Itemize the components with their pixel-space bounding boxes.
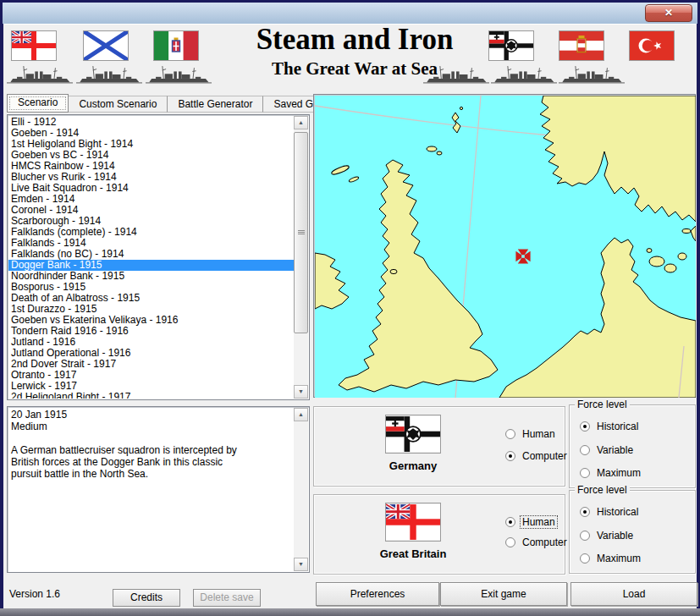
app-window: ✕ Steam and Iron The Great War at Sea Sc… xyxy=(0,0,700,616)
radio-label: Maximum xyxy=(595,467,642,479)
italian-flag-icon xyxy=(154,31,198,60)
tab-custom-scenario[interactable]: Custom Scenario xyxy=(69,96,168,113)
force1-maximum-radio[interactable]: Maximum xyxy=(580,467,642,479)
force2-historical-radio[interactable]: Historical xyxy=(580,506,640,518)
tab-battle-generator[interactable]: Battle Generator xyxy=(168,96,263,113)
radio-icon[interactable] xyxy=(505,537,515,547)
radio-label: Computer xyxy=(521,536,569,548)
radio-icon[interactable] xyxy=(505,517,515,527)
radio-label: Maximum xyxy=(595,553,642,564)
force1-variable-radio[interactable]: Variable xyxy=(580,444,635,456)
radio-label: Human xyxy=(521,428,557,440)
radio-icon[interactable] xyxy=(580,553,590,564)
radio-icon[interactable] xyxy=(580,445,590,455)
radio-icon[interactable] xyxy=(580,468,590,478)
close-icon: ✕ xyxy=(664,7,673,19)
russian-navy-ensign-flag-icon xyxy=(84,31,128,60)
radio-label: Computer xyxy=(521,450,569,462)
description-scrollbar[interactable]: ▲ ▼ xyxy=(294,408,308,571)
force2-maximum-radio[interactable]: Maximum xyxy=(580,553,642,564)
ship-silhouette-icon xyxy=(491,62,557,87)
radio-label: Variable xyxy=(595,444,635,456)
ship-silhouette-icon xyxy=(7,62,73,87)
tab-bar: Scenario Custom Scenario Battle Generato… xyxy=(7,94,344,113)
germany-computer-radio[interactable]: Computer xyxy=(505,450,569,462)
radio-label: Human xyxy=(521,516,557,528)
radio-label: Historical xyxy=(595,506,640,518)
version-label: Version 1.6 xyxy=(9,588,60,600)
credits-button[interactable]: Credits xyxy=(113,589,180,607)
scroll-up-icon[interactable]: ▲ xyxy=(294,116,308,129)
radio-icon[interactable] xyxy=(505,429,515,439)
scenario-item[interactable]: 2d Heligoland Bight - 1917 xyxy=(8,392,294,399)
radio-icon[interactable] xyxy=(580,421,590,432)
germany-panel: Germany Human Computer xyxy=(313,406,565,487)
force-level-panel-britain: Force level Historical Variable Maximum xyxy=(569,490,696,574)
ship-silhouette-icon xyxy=(76,62,142,87)
close-button[interactable]: ✕ xyxy=(645,4,692,22)
ship-silhouette-icon xyxy=(559,62,625,87)
radio-label: Historical xyxy=(595,421,640,432)
scroll-up-icon[interactable]: ▲ xyxy=(294,408,308,421)
scroll-down-icon[interactable]: ▼ xyxy=(294,385,308,399)
north-sea-map xyxy=(315,96,696,398)
groupbox-legend: Force level xyxy=(575,399,630,410)
groupbox-legend: Force level xyxy=(575,484,630,496)
scenario-description: 20 Jan 1915 Medium A German battlecruise… xyxy=(11,409,290,570)
window-frame-bottom xyxy=(0,608,700,616)
exit-game-button[interactable]: Exit game xyxy=(440,582,567,606)
german-imperial-ensign-flag-icon xyxy=(386,415,440,453)
scenario-list: Elli - 1912Goeben - 19141st Heligoland B… xyxy=(7,114,310,400)
radio-icon[interactable] xyxy=(505,451,515,461)
scroll-down-icon[interactable]: ▼ xyxy=(294,558,308,571)
side-name: Germany xyxy=(350,459,477,472)
britain-human-radio[interactable]: Human xyxy=(505,516,557,528)
radio-label: Variable xyxy=(595,530,635,542)
delete-save-button[interactable]: Delete save xyxy=(193,589,261,607)
austro-hungarian-ensign-flag-icon xyxy=(559,31,604,60)
app-subtitle: The Great War at Sea xyxy=(211,58,499,80)
force-level-panel-germany: Force level Historical Variable Maximum xyxy=(569,404,696,488)
white-ensign-flag-icon xyxy=(386,503,440,541)
load-button[interactable]: Load xyxy=(570,582,697,606)
white-ensign-flag-icon xyxy=(12,31,56,60)
great-britain-panel: Great Britain Human Computer xyxy=(313,494,565,575)
tab-scenario[interactable]: Scenario xyxy=(7,94,69,113)
side-name: Great Britain xyxy=(350,547,477,560)
germany-human-radio[interactable]: Human xyxy=(505,428,557,440)
ship-silhouette-icon xyxy=(146,62,212,87)
title-bar[interactable]: ✕ xyxy=(3,3,697,24)
preferences-button[interactable]: Preferences xyxy=(316,582,439,606)
force2-variable-radio[interactable]: Variable xyxy=(580,530,635,542)
ottoman-flag-icon xyxy=(630,31,674,60)
force1-historical-radio[interactable]: Historical xyxy=(580,421,640,432)
client-area: Steam and Iron The Great War at Sea Scen… xyxy=(3,24,697,608)
radio-icon[interactable] xyxy=(580,507,590,517)
scenario-description-box: 20 Jan 1915 Medium A German battlecruise… xyxy=(7,406,310,573)
app-title: Steam and Iron xyxy=(211,23,499,57)
britain-computer-radio[interactable]: Computer xyxy=(505,536,569,548)
scenario-list-scrollbar[interactable]: ▲ ▼ xyxy=(294,116,308,399)
map-view xyxy=(313,94,696,398)
radio-icon[interactable] xyxy=(580,531,590,541)
scrollbar-thumb[interactable] xyxy=(294,132,308,333)
